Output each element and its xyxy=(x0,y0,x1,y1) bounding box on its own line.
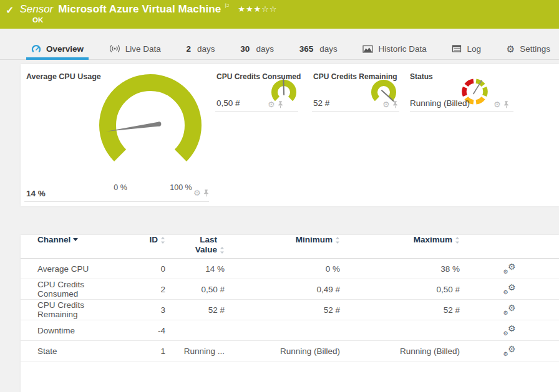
sensor-status-text: OK xyxy=(32,16,43,24)
channel-table-panel: Channel ID Last Value Minimum Maximum xyxy=(21,235,559,392)
column-label: Maximum xyxy=(414,235,452,244)
cell-minimum: 0,49 # xyxy=(225,285,340,294)
column-label: Minimum xyxy=(296,235,333,244)
column-label: ID xyxy=(150,235,158,244)
tab-365-days[interactable]: 365 days xyxy=(298,38,339,59)
channel-settings-icon[interactable]: ⚙⚙ xyxy=(503,325,516,336)
column-label: Channel xyxy=(37,235,70,244)
tab-settings[interactable]: ⚙ Settings xyxy=(505,38,552,59)
flag-icon[interactable]: ⚐ xyxy=(224,2,230,9)
tab-overview[interactable]: Overview xyxy=(30,38,85,59)
channel-settings-icon[interactable]: ⚙⚙ xyxy=(503,304,516,315)
cell-maximum: 0,50 # xyxy=(340,285,460,294)
column-header-id[interactable]: ID xyxy=(120,235,165,244)
tab-label: days xyxy=(197,44,215,54)
cell-maximum: 38 % xyxy=(340,264,460,274)
tab-number: 2 xyxy=(187,44,192,54)
gauges-panel: Average CPU Usage 0 % 100 % 14 % ⚙ CPU C… xyxy=(21,64,559,206)
cell-channel[interactable]: State xyxy=(21,347,120,356)
tab-log[interactable]: Log xyxy=(450,38,482,59)
sort-arrows-icon xyxy=(335,236,340,244)
column-header-maximum[interactable]: Maximum xyxy=(340,235,460,244)
table-row-state[interactable]: State 1 Running ... Running (Billed) Run… xyxy=(21,341,559,361)
divider xyxy=(24,201,209,202)
sort-arrows-icon xyxy=(220,246,225,254)
column-header-minimum[interactable]: Minimum xyxy=(225,235,340,244)
gauge-value-status: Running (Billed) xyxy=(410,98,470,108)
cell-id: 1 xyxy=(120,347,165,356)
gauge-scale-min: 0 % xyxy=(103,183,138,192)
gauge-actions[interactable]: ⚙ xyxy=(382,100,398,108)
pin-icon[interactable] xyxy=(392,101,398,108)
column-label: Last Value xyxy=(188,235,217,254)
divider xyxy=(312,111,399,112)
channel-settings-icon[interactable]: ⚙⚙ xyxy=(503,284,516,295)
gauge-title-status: Status xyxy=(410,72,433,81)
channel-settings-icon[interactable]: ⚙⚙ xyxy=(503,263,516,274)
sort-arrows-icon xyxy=(160,236,165,244)
tab-label: days xyxy=(319,44,338,54)
gauge-actions[interactable]: ⚙ xyxy=(493,100,509,108)
gauge-actions[interactable]: ⚙ xyxy=(268,100,283,108)
cell-last-value: 0,50 # xyxy=(165,285,225,294)
cell-maximum: Running (Billed) xyxy=(340,347,460,356)
gear-icon[interactable]: ⚙ xyxy=(193,189,201,197)
pin-icon[interactable] xyxy=(503,101,509,108)
tab-30-days[interactable]: 30 days xyxy=(239,38,275,59)
gear-icon[interactable]: ⚙ xyxy=(493,100,501,108)
sort-caret-icon xyxy=(73,238,78,241)
sort-arrows-icon xyxy=(455,236,460,244)
channel-settings-icon[interactable]: ⚙⚙ xyxy=(503,345,516,356)
gauge-icon xyxy=(31,44,41,54)
cell-last-value: 52 # xyxy=(165,305,225,315)
tab-2-days[interactable]: 2 days xyxy=(185,38,216,59)
tab-live-data[interactable]: Live Data xyxy=(108,38,162,59)
table-header-row: Channel ID Last Value Minimum Maximum xyxy=(21,235,559,259)
cell-minimum: 52 # xyxy=(225,305,340,315)
column-header-last-value[interactable]: Last Value xyxy=(165,235,225,254)
tab-number: 30 xyxy=(240,44,250,54)
priority-stars[interactable]: ★★★☆☆ xyxy=(238,4,277,14)
log-list-icon xyxy=(452,44,462,53)
pin-icon[interactable] xyxy=(203,189,209,197)
gear-icon[interactable]: ⚙ xyxy=(268,100,275,108)
cell-channel[interactable]: Downtime xyxy=(21,326,120,335)
divider xyxy=(410,111,513,112)
ok-check-icon: ✓ xyxy=(6,4,14,16)
gauge-actions[interactable]: ⚙ xyxy=(193,189,209,197)
cell-maximum: 52 # xyxy=(340,305,460,315)
gauge-value-average-cpu: 14 % xyxy=(26,189,46,198)
cell-id: 3 xyxy=(120,305,165,315)
sensor-status-bar: ✓ Sensor Microsoft Azure Virtual Machine… xyxy=(0,0,559,29)
page-title: Microsoft Azure Virtual Machine xyxy=(58,3,221,16)
tab-label: Settings xyxy=(520,44,550,54)
divider xyxy=(215,111,298,112)
table-row-average-cpu[interactable]: Average CPU 0 14 % 0 % 38 % ⚙⚙ xyxy=(21,259,559,279)
tab-label: Log xyxy=(467,44,481,54)
tab-bar: Overview Live Data 2 days 30 days 365 da… xyxy=(0,38,559,60)
table-row-cpu-credits-consumed[interactable]: CPU Credits Consumed 2 0,50 # 0,49 # 0,5… xyxy=(21,279,559,300)
cell-last-value: Running ... xyxy=(165,347,225,356)
table-row-downtime[interactable]: Downtime -4 ⚙⚙ xyxy=(21,320,559,341)
cell-channel[interactable]: Average CPU xyxy=(21,264,120,274)
cell-channel[interactable]: CPU Credits Consumed xyxy=(21,280,120,299)
cell-id: -4 xyxy=(120,326,165,335)
cell-id: 0 xyxy=(120,264,165,274)
tab-historic-data[interactable]: Historic Data xyxy=(361,38,427,59)
tab-label: Historic Data xyxy=(378,44,426,54)
average-cpu-gauge xyxy=(89,73,211,178)
broadcast-icon xyxy=(109,44,120,53)
gauge-value-credits-consumed: 0,50 # xyxy=(216,98,240,108)
pin-icon[interactable] xyxy=(278,101,283,108)
tab-label: days xyxy=(256,44,274,54)
gear-icon[interactable]: ⚙ xyxy=(382,100,390,108)
table-row-cpu-credits-remaining[interactable]: CPU Credits Remaining 3 52 # 52 # 52 # ⚙… xyxy=(21,300,559,320)
cell-id: 2 xyxy=(120,285,165,294)
cell-minimum: 0 % xyxy=(225,264,340,274)
cell-minimum: Running (Billed) xyxy=(225,347,340,356)
area-chart-icon xyxy=(362,44,373,54)
cell-channel[interactable]: CPU Credits Remaining xyxy=(21,300,120,319)
object-kind-label: Sensor xyxy=(19,3,53,16)
gear-icon: ⚙ xyxy=(507,44,515,54)
column-header-channel[interactable]: Channel xyxy=(21,235,120,244)
